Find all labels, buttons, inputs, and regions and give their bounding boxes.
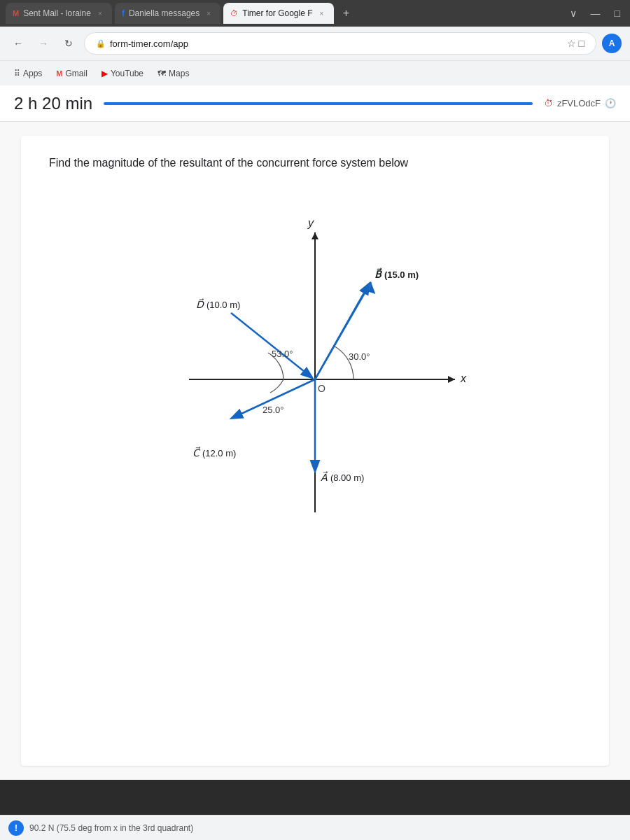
bookmark-gmail[interactable]: M Gmail [50,66,93,81]
youtube-icon: ▶ [102,69,108,78]
apps-grid-icon: ⠿ [14,69,20,78]
svg-text:x: x [460,372,467,384]
svg-text:30.0°: 30.0° [349,351,370,362]
svg-text:C⃗
           (12.0 m): C⃗ (12.0 m) [192,447,236,458]
timer-progress-bar [104,102,533,105]
lock-icon: 🔒 [96,39,106,48]
tab-timer-close[interactable]: × [317,8,327,18]
svg-text:A⃗
           (8.00 m): A⃗ (8.00 m) [321,471,364,483]
back-button[interactable]: ← [8,34,28,53]
tab-sent-mail-label: Sent Mail - loraine [23,8,91,18]
tab-sent-mail-icon: M [13,9,19,18]
address-action-icons: ☆ □ [567,38,584,49]
close-button[interactable]: □ [610,6,624,20]
pip-icon[interactable]: □ [579,38,584,49]
profile-avatar[interactable]: A [602,34,622,53]
main-content: 2 h 20 min ⏱ zFVLOdcF 🕐 Find the magnitu… [0,85,630,780]
bookmark-youtube[interactable]: ▶ YouTube [96,66,149,81]
reload-button[interactable]: ↻ [59,34,78,53]
svg-text:25.0°: 25.0° [262,405,284,415]
svg-text:O: O [318,383,326,394]
bookmark-apps-label: Apps [23,69,42,78]
bottom-bar: ! 90.2 N (75.5 deg from x in the 3rd qua… [0,815,630,840]
forward-button[interactable]: → [34,34,53,53]
bookmark-maps-label: Maps [169,69,189,78]
diagram-container: x y O [49,190,581,554]
bookmark-maps[interactable]: 🗺 Maps [152,66,195,81]
timer-id-text: zFVLOdcF [557,98,601,108]
timer-favicon: ⏱ [544,98,553,108]
tab-timer[interactable]: ⏱ Timer for Google F × [223,3,333,24]
tab-daniella-icon: f [122,8,125,18]
minimize-button[interactable]: ∨ [566,6,581,20]
address-input[interactable]: 🔒 form-timer.com/app ☆ □ [84,32,596,55]
restore-button[interactable]: — [587,6,605,20]
bookmarks-bar: ⠿ Apps M Gmail ▶ YouTube 🗺 Maps [0,60,630,85]
title-bar: M Sent Mail - loraine × f Daniella messa… [0,0,630,27]
tab-timer-icon: ⏱ [230,9,238,18]
timer-clock-icon: 🕐 [605,98,616,108]
svg-text:D⃗
           (10.0 m): D⃗ (10.0 m) [196,298,240,310]
svg-line-9 [315,284,369,379]
new-tab-button[interactable]: + [337,4,356,23]
svg-text:53.0°: 53.0° [272,349,293,359]
svg-line-17 [231,313,312,377]
timer-bar: 2 h 20 min ⏱ zFVLOdcF 🕐 [0,85,630,122]
svg-marker-1 [448,376,455,383]
timer-id-area: ⏱ zFVLOdcF 🕐 [544,98,616,108]
tab-sent-mail-close[interactable]: × [95,8,105,18]
exclamation-button[interactable]: ! [8,820,24,836]
tab-timer-label: Timer for Google F [242,8,312,18]
address-bar: ← → ↻ 🔒 form-timer.com/app ☆ □ A [0,27,630,60]
address-text: form-timer.com/app [110,38,563,49]
tab-daniella-label: Daniella messages [129,8,200,18]
maps-icon: 🗺 [158,69,166,78]
tab-sent-mail[interactable]: M Sent Mail - loraine × [6,3,112,24]
question-text: Find the magnitude of the resultant of t… [49,157,581,169]
svg-text:y: y [307,217,314,229]
tab-daniella-close[interactable]: × [204,8,214,18]
force-diagram-svg: x y O [133,190,497,554]
answer-text: 90.2 N (75.5 deg from x in the 3rd quadr… [29,823,193,833]
bookmark-gmail-label: Gmail [66,69,88,78]
timer-display: 2 h 20 min [14,94,92,113]
svg-text:B⃗
           (15.0 m): B⃗ (15.0 m) [374,267,419,280]
bookmark-youtube-label: YouTube [111,69,144,78]
bookmark-star-icon[interactable]: ☆ [567,38,576,49]
svg-marker-3 [312,232,318,239]
gmail-icon: M [56,69,62,78]
tab-daniella[interactable]: f Daniella messages × [115,3,220,24]
question-area: Find the magnitude of the resultant of t… [21,136,609,766]
bookmark-apps[interactable]: ⠿ Apps [8,66,48,81]
window-controls: ∨ — □ [566,6,624,20]
